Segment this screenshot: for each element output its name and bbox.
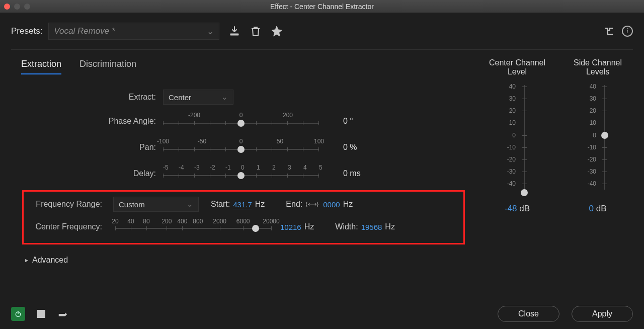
close-button[interactable]: Close — [498, 306, 559, 322]
chevron-down-icon: ⌄ — [221, 93, 228, 102]
delay-value[interactable]: 0 ms — [343, 169, 361, 178]
freq-end: End: ⟨⟺⟩ 0000 Hz — [286, 200, 353, 209]
phase-slider[interactable]: -200 0 200 — [163, 112, 319, 131]
extract-select[interactable]: Center ⌄ — [163, 90, 233, 105]
delay-slider[interactable]: -5 -4 -3 -2 -1 0 1 2 3 4 5 — [163, 164, 319, 183]
main-panel: Extraction Discrimination Extract: Cente… — [11, 52, 472, 265]
phase-row: Phase Angle: -200 0 200 0 ° — [22, 112, 465, 131]
tick-label: -40 — [502, 180, 516, 187]
maximize-window-icon[interactable] — [24, 4, 30, 10]
tick-label: 5 — [319, 164, 323, 171]
tick-label: -100 — [157, 138, 169, 145]
freq-end-value[interactable]: 0000 — [323, 200, 340, 209]
freq-end-unit: Hz — [343, 200, 353, 209]
power-toggle-icon[interactable] — [11, 307, 25, 321]
pan-value[interactable]: 0 % — [343, 143, 357, 152]
tick-label: -20 — [502, 156, 516, 163]
presets-row: Presets: Vocal Remove * ⌄ i — [11, 20, 633, 42]
tick-label: 6000 — [236, 218, 250, 225]
advanced-label: Advanced — [32, 256, 68, 265]
hdrag-cursor-icon: ⟨⟺⟩ — [305, 201, 319, 208]
width-label: Width: — [335, 222, 358, 231]
delay-label: Delay: — [22, 169, 163, 178]
tick-label: 10 — [502, 119, 516, 126]
tick-label: 50 — [277, 138, 283, 145]
pan-slider[interactable]: -100 -50 0 50 100 — [163, 138, 319, 157]
apply-button[interactable]: Apply — [572, 306, 633, 322]
freq-start: Start: 431.7 Hz — [211, 200, 265, 209]
side-level-column: Side Channel Levels 40 30 20 10 0 -10 -2… — [562, 56, 633, 265]
pan-label: Pan: — [22, 143, 163, 152]
side-level-value[interactable]: 0 dB — [589, 204, 607, 214]
advanced-disclosure[interactable]: ▸ Advanced — [22, 256, 465, 265]
tick-label: 400 — [177, 218, 187, 225]
tick-label: -4 — [179, 164, 184, 171]
tick-label: 80 — [143, 218, 149, 225]
presets-label: Presets: — [11, 26, 42, 36]
tick-label: 0 — [241, 164, 245, 171]
window-titlebar: Effect - Center Channel Extractor — [0, 0, 644, 13]
center-level-slider[interactable]: 40 30 20 10 0 -10 -20 -30 -40 — [506, 82, 529, 193]
traffic-lights — [4, 4, 30, 10]
preset-selected: Vocal Remove * — [54, 26, 115, 36]
side-level-slider[interactable]: 40 30 20 10 0 -10 -20 -30 -40 — [586, 82, 609, 193]
center-level-column: Center Channel Level 40 30 20 10 0 -10 -… — [482, 56, 552, 265]
tick-label: -50 — [198, 138, 206, 145]
tick-label: 100 — [314, 138, 324, 145]
tick-label: -5 — [163, 164, 169, 171]
tick-label: -10 — [582, 144, 596, 151]
pan-row: Pan: -100 -50 0 50 100 0 % — [22, 138, 465, 157]
tab-extraction[interactable]: Extraction — [21, 59, 61, 74]
tab-discrimination[interactable]: Discrimination — [79, 59, 136, 74]
tick-label: 0 — [239, 138, 243, 145]
chevron-down-icon: ⌄ — [207, 26, 214, 37]
freq-range-select[interactable]: Custom ⌄ — [113, 197, 199, 212]
favorite-icon[interactable] — [271, 25, 283, 37]
phase-value[interactable]: 0 ° — [343, 117, 353, 126]
tick-label: -200 — [188, 112, 200, 119]
freq-start-value[interactable]: 431.7 — [233, 200, 252, 209]
freq-range-value: Custom — [119, 200, 145, 209]
center-level-value[interactable]: -48 dB — [505, 204, 530, 214]
freq-end-label: End: — [286, 200, 302, 209]
center-level-title: Center Channel Level — [482, 56, 552, 79]
route-icon[interactable] — [603, 25, 615, 37]
chevron-right-icon: ▸ — [25, 257, 28, 264]
chevron-down-icon: ⌄ — [187, 200, 193, 209]
export-icon[interactable] — [57, 308, 68, 320]
info-icon[interactable]: i — [622, 26, 633, 37]
center-freq-slider[interactable]: 20 40 80 200 400 800 2000 6000 20000 — [115, 218, 271, 236]
tick-label: -3 — [194, 164, 200, 171]
close-window-icon[interactable] — [4, 4, 10, 10]
save-preset-icon[interactable] — [228, 25, 240, 37]
freq-range-label: Frequency Range: — [31, 200, 106, 209]
tick-label: -20 — [582, 156, 596, 163]
footer-bar: Close Apply — [11, 306, 633, 322]
tick-label: 200 — [162, 218, 172, 225]
tick-label: 20000 — [263, 218, 279, 225]
delete-preset-icon[interactable] — [250, 25, 262, 37]
center-freq-readout: 10216 Hz — [280, 222, 314, 231]
center-freq-value[interactable]: 10216 — [280, 223, 301, 231]
minimize-window-icon[interactable] — [14, 4, 20, 10]
tick-label: 40 — [127, 218, 134, 225]
tick-label: 1 — [257, 164, 260, 171]
center-freq-unit: Hz — [304, 222, 314, 231]
preset-select[interactable]: Vocal Remove * ⌄ — [48, 23, 219, 40]
extract-label: Extract: — [22, 93, 163, 102]
tick-label: 40 — [502, 83, 516, 90]
tick-label: 0 — [239, 112, 243, 119]
tick-label: 2 — [272, 164, 276, 171]
tick-label: -30 — [502, 168, 516, 175]
tick-label: -30 — [582, 168, 596, 175]
tick-label: 800 — [193, 218, 203, 225]
width-value[interactable]: 19568 — [361, 223, 382, 231]
tick-label: 4 — [303, 164, 307, 171]
levels-panel: Center Channel Level 40 30 20 10 0 -10 -… — [482, 52, 633, 265]
tabs: Extraction Discrimination — [17, 59, 470, 74]
width-readout: Width: 19568 Hz — [335, 222, 395, 231]
tick-label: 10 — [582, 119, 596, 126]
stop-preview-icon[interactable] — [37, 310, 45, 318]
delay-row: Delay: -5 -4 -3 -2 -1 0 1 2 3 4 — [22, 164, 465, 183]
tick-label: 0 — [582, 132, 596, 139]
